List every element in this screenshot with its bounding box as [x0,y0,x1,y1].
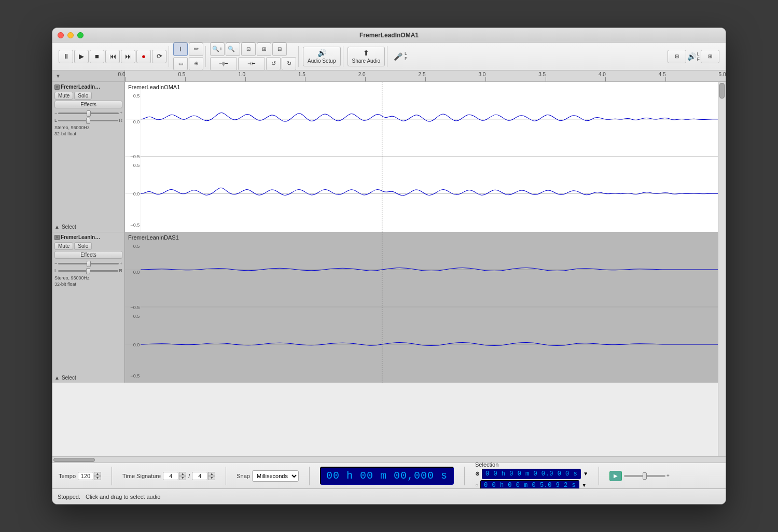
stop-button[interactable]: ■ [90,50,104,63]
sel-start-arrow: ▼ [583,471,588,477]
track-1-gain-slider[interactable] [58,113,118,114]
cursor-tool[interactable]: I [173,43,188,56]
zoom-width-button[interactable]: ⊟ [272,43,287,56]
track-2-gain-slider[interactable] [58,263,118,264]
track-2-effects-button[interactable]: Effects [54,251,122,259]
track-2-gain: − + [54,260,122,267]
h-scrollbar-thumb[interactable] [53,458,95,462]
time-sig-denominator[interactable]: 4 [192,472,207,480]
zoom-fit-button[interactable]: ⊡ [241,43,256,56]
svg-text:−0.5: −0.5 [130,222,140,228]
window-controls [58,32,84,38]
playback-green-button[interactable]: ▶ [609,471,622,481]
window-title: FremerLeadInOMA1 [359,32,419,39]
zoom-out-button[interactable]: 🔍− [226,43,240,56]
track-2-gain-minus: − [54,261,57,266]
forward-button[interactable]: ⏭ [121,50,135,63]
status-stopped: Stopped. [58,494,80,500]
track-1-solo-button[interactable]: Solo [74,92,92,100]
silence-tool[interactable]: ⊣⊢ [238,57,265,71]
time-sig-den-group: 4 ▲ ▼ [192,472,215,480]
close-button[interactable] [58,32,64,38]
play-button[interactable]: ▶ [74,50,89,63]
pause-button[interactable]: ⏸ [59,50,73,63]
audio-setup-icon: 🔊 [317,49,326,57]
share-icon: ⬆ [363,49,369,57]
speed-slider-area: + [624,473,670,479]
track-1-pan-slider[interactable] [58,120,118,121]
track-1-collapse[interactable]: ▲ [54,224,60,230]
sel-settings-icon[interactable]: ⚙ [475,471,480,477]
undo-button[interactable]: ↺ [266,57,281,71]
time-sig-group: Time Signature 4 ▲ ▼ / 4 ▲ ▼ [122,472,215,480]
speed-slider[interactable] [624,475,665,477]
track-1-select[interactable]: Select [62,224,76,230]
share-audio-button[interactable]: ⬆ Share Audio [348,47,385,66]
track-1-mute-button[interactable]: Mute [54,92,73,100]
track-2-waveform: FremerLeanInDAS1 0.5 0.0 −0.5 0.5 0.0 − [125,232,718,383]
tempo-input-group: 120 ▲ ▼ [78,472,101,480]
redo-button[interactable]: ↻ [282,57,296,71]
minimize-button[interactable] [67,32,74,38]
ruler-mark-1: 0.5 [185,71,186,81]
tempo-down[interactable]: ▼ [94,476,101,480]
record-button[interactable]: ● [136,50,151,63]
ruler-mark-7: 3.5 [546,71,546,81]
svg-text:0.0: 0.0 [133,342,140,347]
draw-tool[interactable]: ✏ [189,43,203,56]
sel-start-display: 0 0 h 0 0 m 0 0.0 0 0 s [482,469,581,479]
track-2-solo-button[interactable]: Solo [74,242,92,250]
track-2-pan-slider[interactable] [58,270,118,272]
svg-text:0.5: 0.5 [133,244,140,249]
scrollbar-thumb[interactable] [719,83,725,99]
star-tool[interactable]: ✳ [189,57,203,71]
svg-text:0.5: 0.5 [133,314,140,319]
snap-select[interactable]: Milliseconds Beats Bars [252,470,299,482]
selection-label: Selection [475,461,588,468]
tempo-label: Tempo [59,473,76,479]
sel-end-arrow: ▼ [581,482,587,488]
tempo-up[interactable]: ▲ [94,472,101,476]
track-1-close[interactable]: × [54,85,60,90]
collapse-button[interactable]: ⊟ [668,50,686,63]
horizontal-scrollbar[interactable] [52,456,726,463]
track-2-select[interactable]: Select [62,375,76,381]
track-1-gain: − + [54,109,122,117]
maximize-button[interactable] [77,32,84,38]
select-tool[interactable]: ▭ [173,57,188,71]
track-2-collapse[interactable]: ▲ [54,375,60,381]
track-2-controls: × FremerLeanIn… Mute Solo Effects − + [52,232,125,383]
vertical-scrollbar[interactable] [718,82,726,456]
divider-3 [309,467,310,485]
svg-text:−0.5: −0.5 [130,305,140,310]
track-2-mute-button[interactable]: Mute [54,242,73,250]
track-1-wrapper: × FremerLeadIn… Mute Solo Effects − + [52,82,718,232]
rewind-button[interactable]: ⏮ [105,50,120,63]
den-down[interactable]: ▼ [208,476,215,480]
track-2-name: FremerLeanIn… [61,234,100,240]
track-2-close[interactable]: × [54,235,60,240]
tempo-group: Tempo 120 ▲ ▼ [59,472,101,480]
meter-area: 🎤 LF [390,51,412,62]
num-down[interactable]: ▼ [179,476,186,480]
track-1-pan: L R [54,118,122,123]
divider-2 [226,467,226,485]
share-audio-label: Share Audio [352,58,381,64]
track-1-effects-button[interactable]: Effects [54,101,122,108]
loop-button[interactable]: ⟳ [152,50,166,63]
tempo-spinner: ▲ ▼ [94,472,101,480]
track-2-gain-thumb [87,261,91,267]
time-sig-numerator[interactable]: 4 [163,472,178,480]
status-hint: Click and drag to select audio [86,494,160,500]
tempo-value[interactable]: 120 [78,472,93,480]
svg-text:0.0: 0.0 [133,119,140,124]
zoom-sel-button[interactable]: ⊞ [257,43,271,56]
audio-setup-button[interactable]: 🔊 Audio Setup [303,47,341,66]
settings-button[interactable]: ⊞ [701,50,719,63]
num-up[interactable]: ▲ [179,472,186,476]
track-1-gain-thumb [87,110,91,117]
den-up[interactable]: ▲ [208,472,215,476]
zoom-in-button[interactable]: 🔍+ [210,43,225,56]
snap-group: Snap Milliseconds Beats Bars [237,470,299,482]
trim-tool[interactable]: ⊣|⊢ [210,57,237,71]
